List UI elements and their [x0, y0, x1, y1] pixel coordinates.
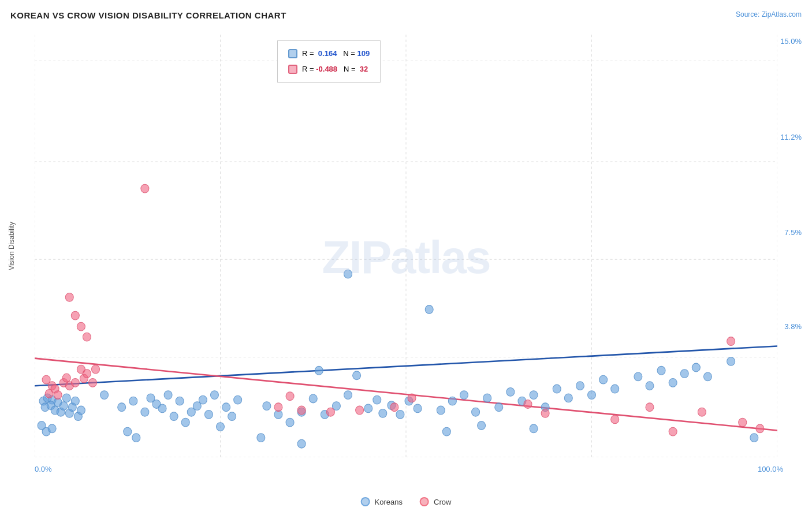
crow-r: -0.488: [316, 65, 337, 73]
legend-crow-label: Crow: [434, 498, 451, 506]
svg-point-76: [483, 394, 491, 402]
svg-point-46: [216, 423, 224, 431]
svg-point-44: [204, 410, 213, 419]
svg-point-51: [132, 434, 140, 442]
svg-point-52: [263, 402, 271, 410]
svg-point-124: [356, 406, 364, 415]
legend-crow: Crow: [420, 497, 451, 506]
svg-point-118: [77, 322, 85, 331]
svg-point-83: [564, 394, 572, 402]
svg-point-61: [364, 404, 373, 413]
svg-point-127: [524, 400, 532, 409]
crow-stat-icon: [288, 65, 297, 74]
svg-point-71: [257, 434, 265, 442]
x-label-0: 0.0%: [35, 465, 52, 473]
svg-point-77: [495, 403, 503, 412]
koreans-stat-row: R = 0.164 N = 109: [288, 47, 370, 60]
y-label-75: 7.5%: [784, 228, 802, 237]
svg-point-36: [158, 404, 166, 413]
svg-point-100: [750, 434, 758, 442]
svg-point-114: [91, 365, 99, 374]
legend: Koreans Crow: [361, 497, 452, 506]
svg-point-86: [599, 375, 608, 384]
svg-point-62: [373, 395, 381, 404]
koreans-stat-icon: [288, 49, 297, 58]
svg-point-30: [100, 391, 109, 400]
svg-point-95: [669, 379, 677, 387]
svg-point-70: [297, 439, 306, 448]
svg-point-59: [344, 391, 352, 400]
svg-point-43: [199, 395, 207, 404]
svg-point-130: [646, 403, 654, 412]
svg-point-48: [228, 412, 236, 421]
svg-point-21: [62, 394, 70, 402]
svg-point-129: [611, 415, 619, 424]
svg-point-93: [646, 382, 654, 390]
chart-svg: [35, 35, 777, 457]
y-label-15: 15.0%: [780, 38, 802, 45]
svg-point-24: [71, 397, 79, 405]
svg-point-96: [680, 370, 688, 378]
y-axis-label: Vision Disability: [6, 35, 17, 457]
svg-point-97: [692, 363, 700, 372]
svg-point-112: [83, 370, 91, 378]
svg-point-88: [425, 305, 433, 314]
y-label-38: 3.8%: [784, 322, 802, 331]
svg-point-122: [297, 406, 306, 415]
svg-point-75: [472, 408, 480, 416]
koreans-stat-text: R = 0.164 N = 109: [302, 47, 370, 60]
svg-point-28: [48, 424, 56, 433]
svg-point-89: [442, 427, 450, 436]
koreans-r: 0.164: [318, 49, 337, 58]
svg-point-117: [71, 311, 79, 320]
svg-line-10: [35, 346, 777, 386]
svg-point-73: [448, 397, 456, 405]
svg-point-131: [669, 427, 677, 436]
svg-point-67: [414, 404, 422, 413]
svg-point-121: [286, 392, 294, 401]
svg-point-84: [576, 382, 584, 390]
legend-koreans: Koreans: [361, 497, 403, 506]
svg-point-125: [390, 403, 398, 412]
svg-point-120: [274, 403, 282, 412]
svg-point-82: [553, 385, 561, 393]
svg-point-68: [344, 270, 352, 278]
svg-point-56: [309, 394, 317, 403]
svg-point-49: [234, 395, 242, 404]
svg-point-85: [587, 391, 595, 400]
svg-point-105: [54, 391, 62, 400]
svg-point-37: [164, 391, 172, 400]
svg-point-32: [129, 397, 137, 405]
svg-point-50: [124, 427, 132, 436]
svg-point-20: [59, 402, 68, 410]
svg-point-60: [353, 371, 361, 380]
crow-stat-text: R = -0.488 N = 32: [302, 62, 368, 76]
svg-point-74: [460, 391, 468, 400]
svg-point-126: [408, 394, 416, 402]
svg-point-134: [739, 418, 747, 427]
koreans-n: 109: [357, 49, 370, 58]
svg-point-108: [62, 374, 70, 382]
svg-point-39: [176, 397, 184, 405]
svg-point-132: [698, 408, 706, 416]
svg-point-78: [506, 387, 515, 396]
svg-point-109: [71, 379, 79, 387]
svg-point-123: [326, 408, 334, 416]
svg-point-115: [141, 184, 149, 193]
crow-n: 32: [360, 65, 368, 73]
svg-point-80: [530, 391, 538, 400]
svg-point-65: [396, 410, 404, 419]
svg-point-29: [38, 421, 46, 430]
svg-point-54: [286, 418, 294, 427]
x-label-100: 100.0%: [758, 465, 783, 473]
svg-point-133: [727, 337, 735, 346]
svg-point-94: [657, 366, 665, 375]
svg-point-45: [210, 391, 218, 400]
chart-title: KOREAN VS CROW VISION DISABILITY CORRELA…: [10, 10, 286, 20]
svg-point-31: [118, 403, 126, 412]
svg-point-116: [65, 293, 73, 301]
svg-point-113: [88, 379, 96, 387]
crow-stat-row: R = -0.488 N = 32: [288, 62, 370, 76]
svg-point-98: [703, 372, 712, 381]
source-label: Source: ZipAtlas.com: [736, 10, 802, 18]
